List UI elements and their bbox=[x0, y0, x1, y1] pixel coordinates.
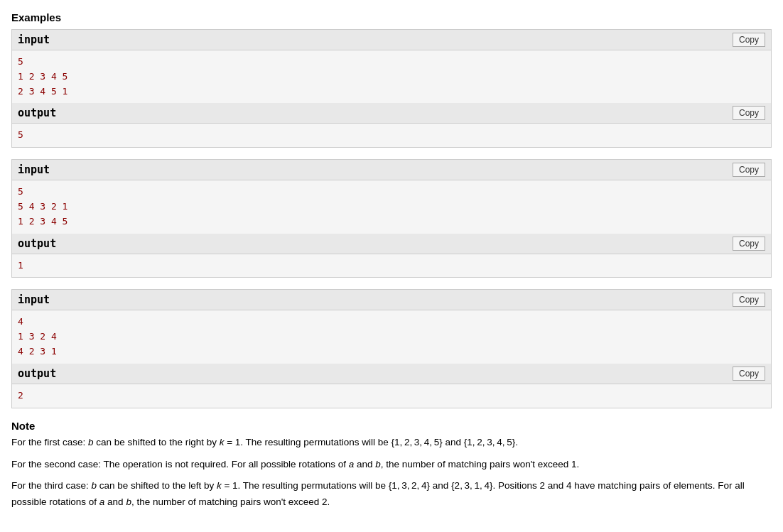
example-block-3: input Copy 4 1 3 2 4 4 2 3 1 output Copy… bbox=[11, 289, 772, 408]
note-title: Note bbox=[11, 420, 772, 432]
example-block-1: input Copy 5 1 2 3 4 5 2 3 4 5 1 output … bbox=[11, 29, 772, 148]
note-paragraph-2: For the second case: The operation is no… bbox=[11, 457, 772, 473]
input-header-1: input Copy bbox=[12, 30, 771, 50]
output-header-1: output Copy bbox=[12, 103, 771, 124]
note-paragraph-1: For the first case: b can be shifted to … bbox=[11, 435, 772, 451]
input-header-3: input Copy bbox=[12, 290, 771, 310]
output-header-2: output Copy bbox=[12, 234, 771, 254]
copy-input-button-3[interactable]: Copy bbox=[733, 293, 765, 307]
output-content-2: 1 bbox=[12, 254, 771, 278]
note-section: Note For the first case: b can be shifte… bbox=[11, 420, 772, 511]
output-content-3: 2 bbox=[12, 384, 771, 408]
output-content-1: 5 bbox=[12, 124, 771, 147]
copy-input-button-1[interactable]: Copy bbox=[733, 33, 765, 47]
copy-output-button-3[interactable]: Copy bbox=[733, 367, 765, 381]
copy-output-button-1[interactable]: Copy bbox=[733, 106, 765, 120]
input-label-3: input bbox=[18, 293, 50, 306]
copy-output-button-2[interactable]: Copy bbox=[733, 237, 765, 251]
input-label-1: input bbox=[18, 33, 50, 46]
output-header-3: output Copy bbox=[12, 364, 771, 384]
input-content-3: 4 1 3 2 4 4 2 3 1 bbox=[12, 310, 771, 363]
copy-input-button-2[interactable]: Copy bbox=[733, 163, 765, 177]
example-block-2: input Copy 5 5 4 3 2 1 1 2 3 4 5 output … bbox=[11, 159, 772, 278]
output-label-3: output bbox=[18, 367, 56, 380]
input-header-2: input Copy bbox=[12, 160, 771, 180]
input-content-1: 5 1 2 3 4 5 2 3 4 5 1 bbox=[12, 50, 771, 103]
input-label-2: input bbox=[18, 163, 50, 176]
output-label-1: output bbox=[18, 107, 56, 119]
note-paragraph-3: For the third case: b can be shifted to … bbox=[11, 478, 772, 511]
output-label-2: output bbox=[18, 237, 56, 250]
note-text: For the first case: b can be shifted to … bbox=[11, 435, 772, 511]
section-title: Examples bbox=[11, 11, 772, 23]
input-content-2: 5 5 4 3 2 1 1 2 3 4 5 bbox=[12, 180, 771, 233]
